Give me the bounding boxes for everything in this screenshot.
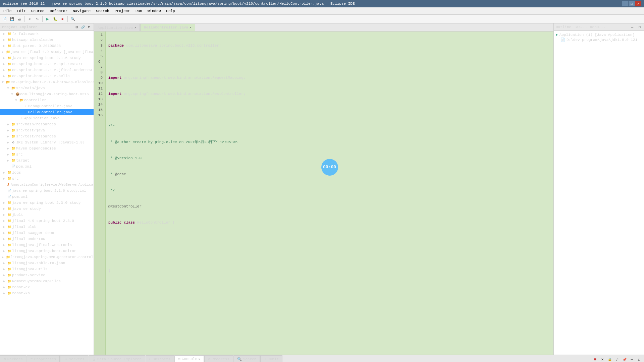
tab-hello-controller[interactable]: HelloController.java ✕: [140, 24, 195, 31]
print-button[interactable]: 🖨: [16, 16, 23, 22]
expand-icon: [1, 194, 7, 199]
tree-item-maven[interactable]: ▶📁Maven Dependencies: [0, 145, 94, 152]
tree-item-spring230[interactable]: ▶📁java-ee-spring-boot-2.3.0-study: [0, 200, 94, 206]
rp-tab-debug[interactable]: Debu...: [590, 25, 605, 29]
console-pin[interactable]: 📌: [621, 356, 628, 362]
tree-item-pom[interactable]: 📄pom.xml: [0, 164, 94, 170]
pe-link-editor[interactable]: 🔗: [80, 24, 86, 30]
undo-button[interactable]: ↩: [26, 16, 33, 22]
tree-item-hotswap-main[interactable]: ▼📂ee-spring-boot-2.1.6-hotswap-classload…: [0, 79, 94, 85]
tree-item-litong-web[interactable]: ▶📁litongjava-jfinal-web-tools: [0, 242, 94, 248]
restore-button[interactable]: □: [629, 1, 635, 6]
tab-search[interactable]: 🔍 Search: [233, 355, 260, 362]
tree-item-jre[interactable]: ▶⚙JRE System Library [JavaSE-1.8]: [0, 139, 94, 145]
menu-help[interactable]: Help: [163, 8, 177, 14]
tree-item-application[interactable]: JApplication.java: [0, 115, 94, 121]
rp-tab-outline[interactable]: Outline: [556, 25, 571, 29]
tree-item-src[interactable]: ▶📁src: [0, 152, 94, 158]
tree-item-spring216study[interactable]: ▶📁java-ee-spring-boot-2.1.6-study: [0, 55, 94, 61]
menu-edit[interactable]: Edit: [14, 8, 28, 14]
menu-navigate[interactable]: Navigate: [70, 8, 93, 14]
tree-item-iml[interactable]: 📄java-ee-spring-boot-2.1.6-study.iml: [0, 188, 94, 194]
minimize-button[interactable]: ─: [622, 1, 628, 6]
rp-minimize[interactable]: ─: [630, 25, 635, 29]
tab-console-close[interactable]: ✕: [199, 357, 200, 361]
close-button[interactable]: ✕: [635, 1, 641, 6]
tree-item-controller-folder[interactable]: ▼📂controller: [0, 97, 94, 103]
debug-button[interactable]: 🐛: [52, 16, 58, 22]
tab-close-application[interactable]: ✕: [135, 26, 136, 29]
tree-item-src-main-java[interactable]: ▼📂src/main/java: [0, 85, 94, 91]
tab-junit[interactable]: J JUnit: [260, 355, 282, 362]
tree-item-jfinal49[interactable]: ▶📁java-ee-jfinal-4.9-study [java-ee-jfin…: [0, 49, 94, 55]
tree-item-debug-controller[interactable]: JDebugController.java: [0, 103, 94, 109]
tree-item-src-main-res[interactable]: ▶📁src/main/resources: [0, 121, 94, 127]
console-wrap[interactable]: ⇌: [614, 356, 621, 362]
tree-item-jfinal-club[interactable]: ▶📁jfinal-club: [0, 224, 94, 230]
bottom-max[interactable]: □: [636, 356, 643, 362]
tab-close-hello[interactable]: ✕: [190, 26, 191, 29]
menu-run[interactable]: Run: [133, 8, 145, 14]
menu-refactor[interactable]: Refactor: [47, 8, 70, 14]
menu-search[interactable]: Search: [93, 8, 112, 14]
tree-item-api-restart[interactable]: ▶📁ee-spring-boot-2.1.6-api-restart: [0, 61, 94, 67]
tree-item-robot-ex[interactable]: ▶📁robot-ex: [0, 284, 94, 290]
console-stop-btn[interactable]: ■: [592, 356, 598, 362]
tree-item-jfinal49b[interactable]: ▶📁jfinal-4.9-spring-boot-2.3.0: [0, 218, 94, 224]
code-area[interactable]: package com.litongjava.spring.boot.v216.…: [106, 32, 553, 355]
tab-datasource[interactable]: 🗄 Data Source Explorer: [89, 355, 145, 362]
pe-menu[interactable]: ▼: [86, 24, 92, 30]
tree-item-product[interactable]: ▶📁product-service: [0, 272, 94, 278]
new-button[interactable]: 📄: [1, 16, 8, 22]
console-scroll-lock[interactable]: 🔒: [606, 356, 613, 362]
tree-item-target[interactable]: ▶📁target: [0, 158, 94, 164]
tree-item-pom2[interactable]: 📄pom.xml: [0, 194, 94, 200]
tab-console[interactable]: ⊡ Console ✕: [174, 355, 204, 362]
menu-project[interactable]: Project: [112, 8, 133, 14]
search-toolbar-button[interactable]: 🔍: [69, 16, 76, 22]
tab-application[interactable]: Application.java ✕: [94, 24, 140, 31]
tree-item-annotation[interactable]: JAnnotationConfigServletWebServerApplica…: [0, 182, 94, 188]
tree-item-hello-controller[interactable]: JHelloController.java: [0, 109, 94, 115]
tree-item-package[interactable]: ▼📦com.litongjava.spring.boot.v216: [0, 91, 94, 97]
tree-item-robot-kh[interactable]: ▶📁robot-kh: [0, 290, 94, 296]
console-clear-btn[interactable]: ✕: [599, 356, 606, 362]
tab-snippets[interactable]: ✂ Snippets: [146, 355, 174, 362]
tree-item-src-test-java[interactable]: ▶📁src/test/java: [0, 127, 94, 133]
rp-tab-task[interactable]: Tas...: [574, 25, 587, 29]
tab-markers[interactable]: ⚑ Markers: [0, 355, 26, 362]
rp-item-jdk[interactable]: 📄 D:\dev_program\java\jdk1.8.0_121: [555, 37, 643, 42]
tree-item-hello[interactable]: ▶📁ee-sprint-boot-2.1.6-hello: [0, 73, 94, 79]
tree-item-hotswap[interactable]: ▶📁hotswap-classloader: [0, 37, 94, 43]
menu-source[interactable]: Source: [29, 8, 47, 14]
tree-item-litong-mvc[interactable]: ▶📁litongjava-spring-mvc-generator-contro…: [0, 254, 94, 260]
tab-servers[interactable]: 🖥 Servers: [60, 355, 88, 362]
menu-window[interactable]: Window: [145, 8, 164, 14]
pe-collapse-all[interactable]: ⊟: [74, 24, 79, 30]
tab-progress[interactable]: ⊕ Progress: [204, 355, 233, 362]
tree-item-litong-uditor[interactable]: ▶📁litongjava-spring-boot-uditor: [0, 248, 94, 254]
tree-item-jfinal-undertow[interactable]: ▶📁ee-sprint-boot-2.1.6-jfinal-undertow: [0, 67, 94, 73]
tree-item-fx-falsework[interactable]: ▶📁fx-falsework: [0, 31, 94, 37]
folder-icon: 📁: [7, 170, 12, 175]
tree-item-logs[interactable]: ▶📁logs: [0, 170, 94, 176]
bottom-min[interactable]: ─: [629, 356, 635, 362]
redo-button[interactable]: ↪: [34, 16, 41, 22]
stop-button[interactable]: ■: [59, 16, 66, 22]
menu-file[interactable]: File: [0, 8, 14, 14]
rp-maximize[interactable]: □: [637, 25, 642, 29]
tree-item-jfinal-undertow2[interactable]: ▶📁jfinal-undertow: [0, 236, 94, 242]
tree-item-java-se[interactable]: ▶📁java-se-study: [0, 206, 94, 212]
tree-item-src2[interactable]: ▶📁src: [0, 176, 94, 182]
rp-item-application[interactable]: ▶ Application (1) [Java Application]: [555, 32, 643, 37]
tree-item-src-test-res[interactable]: ▶📁src/test/resources: [0, 133, 94, 139]
run-button[interactable]: ▶: [44, 16, 51, 22]
tree-item-jbolt[interactable]: ▶📁jbolt: [0, 212, 94, 218]
tree-item-litong-table[interactable]: ▶📁litongjava-table-to-json: [0, 260, 94, 266]
tree-item-remote[interactable]: ▶📁RemoteSystemsTempFiles: [0, 278, 94, 284]
tree-item-ibot[interactable]: ▶📁ibot-parent-0.20190828: [0, 43, 94, 49]
tree-item-litong-utils[interactable]: ▶📁litongjava-utils: [0, 266, 94, 272]
tab-properties[interactable]: ≡ Properties: [27, 355, 60, 362]
tree-item-jfinal-swagger[interactable]: ▶📁jfinal-swagger-demo: [0, 230, 94, 236]
save-button[interactable]: 💾: [9, 16, 15, 22]
